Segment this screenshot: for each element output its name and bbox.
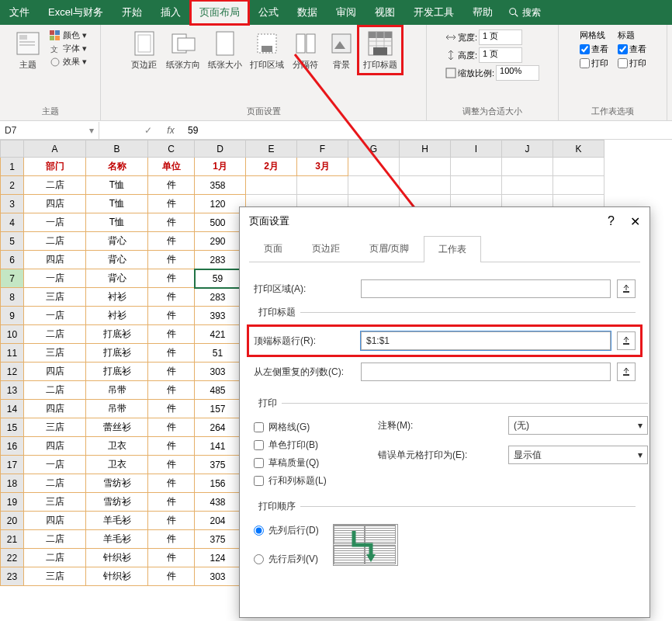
row-header[interactable]: 16 <box>1 437 24 456</box>
cell[interactable]: 283 <box>195 288 246 307</box>
left-cols-input[interactable] <box>361 363 611 381</box>
row-header[interactable]: 6 <box>1 251 24 269</box>
cell[interactable]: 2月 <box>246 158 297 176</box>
cell[interactable]: 雪纺衫 <box>86 493 148 512</box>
col-header[interactable]: I <box>451 141 502 158</box>
formula-value[interactable]: 59 <box>183 125 203 136</box>
cell[interactable]: 件 <box>148 195 195 213</box>
scale-select[interactable]: 100% <box>496 65 539 81</box>
row-header[interactable]: 12 <box>1 363 24 381</box>
row-header[interactable]: 5 <box>1 232 24 251</box>
cell[interactable]: 衬衫 <box>86 288 148 307</box>
dialog-tab-sheet[interactable]: 工作表 <box>424 236 481 262</box>
close-button[interactable]: ✕ <box>630 214 640 229</box>
background-button[interactable]: 背景 <box>324 28 359 72</box>
row-header[interactable]: 4 <box>1 213 24 232</box>
comments-select[interactable]: (无)▾ <box>508 416 648 435</box>
cell[interactable]: 264 <box>195 418 246 437</box>
print-area-button[interactable]: 打印区域 <box>247 28 287 72</box>
cell[interactable]: 件 <box>148 456 195 474</box>
cell[interactable]: 雪纺衫 <box>86 474 148 493</box>
cell[interactable]: 51 <box>195 344 246 363</box>
cell[interactable] <box>348 176 400 195</box>
col-header[interactable]: G <box>348 141 400 158</box>
cell[interactable]: 背心 <box>86 251 148 269</box>
width-row[interactable]: 宽度:1 页 <box>445 29 539 45</box>
cell[interactable]: 件 <box>148 418 195 437</box>
cell[interactable]: 393 <box>195 307 246 325</box>
headings-print-check[interactable]: 打印 <box>618 57 646 69</box>
bw-check[interactable]: 单色打印(B) <box>254 439 362 452</box>
cell[interactable]: 蕾丝衫 <box>86 418 148 437</box>
fonts-button[interactable]: 文字体▾ <box>50 43 87 54</box>
row-header[interactable]: 19 <box>1 493 24 512</box>
orientation-button[interactable]: 纸张方向 <box>163 28 203 72</box>
row-header[interactable]: 20 <box>1 512 24 530</box>
cell[interactable]: 件 <box>148 512 195 530</box>
cell[interactable] <box>348 158 400 176</box>
top-rows-ref-button[interactable] <box>617 331 636 350</box>
top-rows-input[interactable]: $1:$1 <box>361 331 611 350</box>
cell[interactable] <box>400 176 451 195</box>
cell[interactable]: 打底衫 <box>86 325 148 344</box>
margins-button[interactable]: 页边距 <box>127 28 161 72</box>
size-button[interactable]: 纸张大小 <box>205 28 245 72</box>
cell[interactable]: T恤 <box>86 176 148 195</box>
cell[interactable]: 二店 <box>24 176 86 195</box>
fx-icon[interactable]: fx <box>158 125 183 136</box>
cell[interactable]: 141 <box>195 437 246 456</box>
cell[interactable]: 件 <box>148 344 195 363</box>
cell[interactable]: 卫衣 <box>86 437 148 456</box>
cell[interactable]: 120 <box>195 195 246 213</box>
width-select[interactable]: 1 页 <box>479 29 522 45</box>
gridlines-view-check[interactable]: 查看 <box>580 43 608 55</box>
row-header[interactable]: 7 <box>1 269 24 288</box>
dialog-tab-margins[interactable]: 页边距 <box>297 235 355 262</box>
cell[interactable]: 四店 <box>24 363 86 381</box>
tab-review[interactable]: 审阅 <box>327 0 365 25</box>
tab-home[interactable]: 开始 <box>113 0 151 25</box>
row-header[interactable]: 3 <box>1 195 24 213</box>
cell[interactable]: 358 <box>195 176 246 195</box>
cell[interactable]: 290 <box>195 232 246 251</box>
print-area-input[interactable] <box>361 279 611 298</box>
dialog-tab-page[interactable]: 页面 <box>249 235 297 262</box>
cell[interactable]: 四店 <box>24 437 86 456</box>
cell[interactable]: 二店 <box>24 325 86 344</box>
cell[interactable]: 500 <box>195 213 246 232</box>
height-select[interactable]: 1 页 <box>479 47 522 63</box>
cell[interactable]: 件 <box>148 325 195 344</box>
help-button[interactable]: ? <box>608 214 615 229</box>
cell[interactable] <box>451 158 502 176</box>
colors-button[interactable]: 颜色▾ <box>50 29 87 41</box>
cell[interactable]: 件 <box>148 549 195 567</box>
cell[interactable]: 二店 <box>24 474 86 493</box>
cell[interactable]: 背心 <box>86 269 148 288</box>
cell[interactable]: 羊毛衫 <box>86 530 148 549</box>
row-header[interactable]: 23 <box>1 567 24 586</box>
cell[interactable] <box>246 176 297 195</box>
col-header[interactable]: A <box>24 141 86 158</box>
cell[interactable]: 件 <box>148 288 195 307</box>
cell[interactable]: 303 <box>195 567 246 586</box>
row-header[interactable]: 8 <box>1 288 24 307</box>
cell[interactable] <box>553 158 604 176</box>
cell[interactable] <box>553 176 604 195</box>
draft-check[interactable]: 草稿质量(Q) <box>254 456 362 470</box>
row-header[interactable]: 18 <box>1 474 24 493</box>
cell[interactable]: 124 <box>195 549 246 567</box>
cell[interactable] <box>451 176 502 195</box>
cell[interactable]: 件 <box>148 232 195 251</box>
cell[interactable]: 件 <box>148 474 195 493</box>
cell[interactable]: 三店 <box>24 493 86 512</box>
cell[interactable]: 375 <box>195 530 246 549</box>
cell[interactable]: 名称 <box>86 158 148 176</box>
order-over-radio[interactable]: 先行后列(V) <box>254 553 319 566</box>
cell[interactable]: 421 <box>195 325 246 344</box>
row-header[interactable]: 2 <box>1 176 24 195</box>
headings-view-check[interactable]: 查看 <box>618 43 646 55</box>
cell[interactable]: 一店 <box>24 269 86 288</box>
cell[interactable]: 吊带 <box>86 400 148 418</box>
cell[interactable]: 二店 <box>24 381 86 400</box>
name-box[interactable]: D7▾ <box>0 122 99 139</box>
